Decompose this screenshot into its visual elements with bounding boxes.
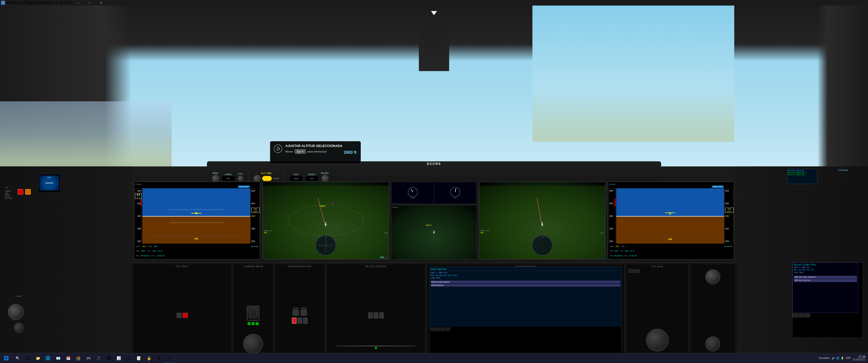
right-nd-mode: NORTH UP bbox=[480, 230, 489, 232]
right-nd-map: N NORTH UP 085 AOA bbox=[479, 182, 605, 259]
small-knob[interactable] bbox=[14, 323, 24, 333]
temp-knob[interactable] bbox=[7, 304, 24, 320]
tray-icon-2[interactable]: 🌐 bbox=[836, 357, 839, 360]
taskbar-app-6[interactable]: 🎮 bbox=[83, 353, 93, 363]
taskbar-outlook[interactable]: 📧 bbox=[53, 353, 63, 363]
hdg-knob[interactable] bbox=[212, 175, 219, 182]
cb-switch-1[interactable] bbox=[177, 313, 182, 318]
r-crs-val: --- bbox=[626, 245, 628, 248]
right-knob-1[interactable] bbox=[705, 269, 720, 284]
nav-btn-2[interactable] bbox=[634, 269, 640, 273]
tas-val: BKT bbox=[142, 250, 146, 252]
baro-knob[interactable] bbox=[321, 175, 329, 182]
atc-knob[interactable] bbox=[238, 176, 243, 181]
mcdu-key-1[interactable]: ← bbox=[431, 327, 435, 331]
r-alt-500: 500 bbox=[725, 202, 733, 205]
mcdu-req-button[interactable]: ADB Servidos Requiest bbox=[431, 280, 620, 283]
left-nd-map: TAMCS N NORTH UP 085 AOA bbox=[263, 182, 389, 259]
mcdu-key-2[interactable]: → bbox=[435, 327, 440, 331]
taskbar-app-8[interactable]: 🖼 bbox=[103, 353, 114, 363]
pump-sw-2[interactable] bbox=[298, 318, 302, 324]
speed-dec: 3.0 bbox=[135, 196, 141, 199]
bleed-button[interactable] bbox=[301, 309, 307, 316]
tray-icon-1[interactable]: 🔊 bbox=[832, 357, 835, 360]
bleed-control: BLEED bbox=[301, 307, 307, 316]
deice-sw-2[interactable] bbox=[374, 312, 378, 318]
taskbar-edge[interactable]: 🌐 bbox=[43, 353, 53, 363]
simulator-view: A/P SPEEDON MACH AUTO ALT REF R bbox=[0, 5, 868, 363]
nd-range-ring bbox=[288, 205, 364, 236]
mcdu-fp-line1: CONT 1 LONG 54.1 bbox=[431, 271, 620, 274]
left-pfd-tams-badge: TAMS TEST bbox=[238, 186, 250, 188]
mcdu-btn[interactable] bbox=[793, 314, 798, 318]
eng-needle-1 bbox=[411, 189, 413, 192]
taskbar-app-5[interactable]: 🧮 bbox=[73, 353, 83, 363]
taskbar-app-12[interactable]: 🔒 bbox=[144, 353, 154, 363]
start-button[interactable] bbox=[0, 353, 12, 363]
dump-button[interactable] bbox=[293, 309, 299, 316]
vs-section: V/S ---- bbox=[290, 173, 303, 181]
clock-display[interactable]: 17:26 01/08/2021 bbox=[853, 355, 866, 361]
taskbar-app-7[interactable]: 🎵 bbox=[93, 353, 103, 363]
ai-center-circle bbox=[195, 212, 197, 214]
taskbar-msfs-active[interactable]: 🛩 bbox=[164, 353, 174, 363]
taskbar-app-11[interactable]: 📝 bbox=[134, 353, 144, 363]
r-tas-lbl: TAS bbox=[610, 250, 613, 252]
mcdu-line-5: ADB Descripcion bbox=[794, 279, 857, 282]
right-tas-row: TAS BKT GS 13A 11°C bbox=[610, 250, 732, 252]
svg-marker-1 bbox=[433, 230, 435, 234]
language-indicator[interactable]: ESP bbox=[846, 357, 851, 360]
amber-button[interactable] bbox=[25, 189, 31, 195]
mcdu-desc-button[interactable]: ADB Desripcien bbox=[431, 284, 620, 287]
taskbar-search-icon[interactable]: 🔍 bbox=[12, 353, 23, 363]
temp-val: 11°C bbox=[158, 250, 162, 252]
ivs-section-label: IVS None bbox=[651, 265, 663, 268]
taskbar-task-view[interactable]: ❑ bbox=[23, 353, 33, 363]
pump-sw-1[interactable] bbox=[292, 318, 297, 324]
right-flight-marker bbox=[665, 212, 675, 213]
maximize-button[interactable]: □ bbox=[84, 0, 95, 5]
deice-sw-3[interactable] bbox=[379, 312, 384, 318]
cb-switch-red[interactable] bbox=[183, 313, 188, 318]
left-pfd-label: COR1 bbox=[135, 183, 142, 186]
tray-icons: 🔊 🌐 🔋 bbox=[832, 357, 844, 360]
taskbar-calendar[interactable]: 📅 bbox=[63, 353, 73, 363]
mcdu-btn[interactable] bbox=[805, 314, 810, 318]
mcdu-key-3[interactable]: ↑ bbox=[440, 327, 445, 331]
alt-sel-yellow-button[interactable] bbox=[262, 176, 272, 181]
taskbar-app-9[interactable]: 📊 bbox=[114, 353, 124, 363]
right-nd-hdg: 085 bbox=[480, 232, 489, 234]
taskbar-app-10[interactable]: 🗂 bbox=[124, 353, 134, 363]
cb-light-label: CB LIGHT bbox=[176, 265, 188, 268]
close-button[interactable]: ✕ bbox=[95, 0, 107, 5]
mcdu-fp-line2: DWT 524 DOS SPY 57P STY57 bbox=[431, 274, 620, 277]
deice-sw-1[interactable] bbox=[368, 312, 373, 318]
crs1-section: CRS1 --- bbox=[222, 173, 235, 181]
mcdu-btn[interactable] bbox=[799, 314, 804, 318]
minimize-button[interactable]: — bbox=[72, 0, 84, 5]
taskbar-folder[interactable]: 📁 bbox=[33, 353, 43, 363]
gear-lever[interactable] bbox=[247, 306, 259, 321]
r-alt-460: 460 bbox=[725, 215, 733, 217]
right-knob-2[interactable] bbox=[705, 336, 720, 352]
pump-sw-3[interactable] bbox=[303, 318, 308, 324]
gear-knob[interactable] bbox=[243, 334, 263, 354]
eng-instr-2: ITT bbox=[434, 182, 476, 203]
right-alt-tape: 600 500 RA 2257 460 400 300 bbox=[724, 188, 733, 244]
r-spd-500: 500 bbox=[609, 202, 615, 205]
nav-big-knob[interactable] bbox=[646, 329, 669, 352]
mcdu-key-4[interactable]: ↓ bbox=[445, 327, 450, 331]
tray-icon-3[interactable]: 🔋 bbox=[841, 357, 844, 360]
nd-hdg-info: NORTH UP 085 bbox=[264, 230, 273, 234]
escritorio-label: Escritorio bbox=[819, 357, 830, 360]
taskbar-app-13[interactable]: ⚙ bbox=[154, 353, 164, 363]
vs-label: V/S bbox=[294, 173, 299, 176]
red-button[interactable] bbox=[18, 189, 23, 195]
right-window-view bbox=[532, 5, 734, 142]
gear-light-r bbox=[256, 322, 259, 325]
alt-sel-knob[interactable] bbox=[254, 175, 261, 182]
nav-btn-1[interactable] bbox=[628, 269, 633, 273]
windshield-center-post bbox=[419, 5, 449, 71]
right-nd-compass: N bbox=[532, 235, 552, 255]
right-pfd-label: COR1 bbox=[609, 183, 616, 186]
